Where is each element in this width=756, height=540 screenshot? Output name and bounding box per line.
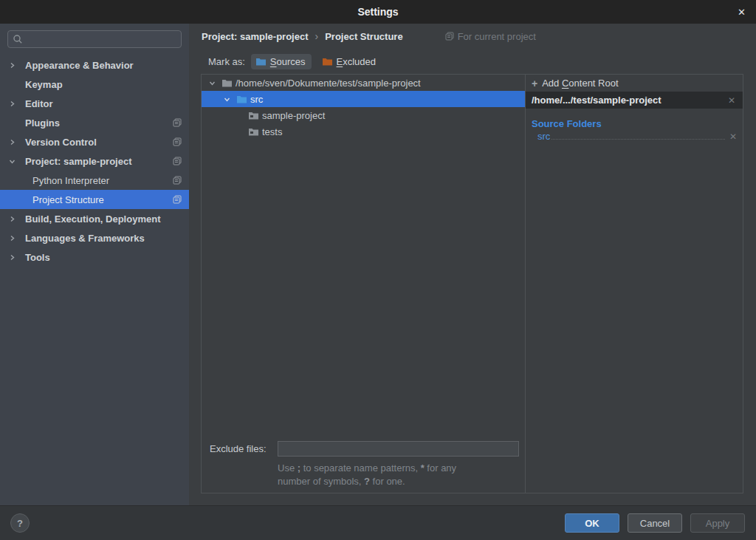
sidebar-item-keymap[interactable]: Keymap xyxy=(0,75,189,94)
sidebar-item-version-control[interactable]: Version Control xyxy=(0,132,189,151)
settings-nav: Appearance & Behavior Keymap Editor Plug… xyxy=(0,55,189,267)
breadcrumb: Project: sample-project › Project Struct… xyxy=(189,24,756,49)
folder-icon xyxy=(247,109,259,121)
per-project-settings-icon xyxy=(445,32,454,41)
chevron-right-icon[interactable] xyxy=(9,62,25,69)
source-folder-row[interactable]: src ✕ xyxy=(526,131,743,146)
source-folder-name: src xyxy=(537,131,550,142)
content-root-tree: /home/sven/Dokumente/test/sample-project… xyxy=(202,75,525,493)
remove-content-root-icon[interactable]: ✕ xyxy=(726,95,737,106)
sidebar-item-label: Project Structure xyxy=(32,194,104,205)
mark-sources-button[interactable]: Sources xyxy=(251,54,312,69)
sidebar-item-label: Project: sample-project xyxy=(25,156,132,167)
sidebar-item-label: Appearance & Behavior xyxy=(25,60,134,71)
sidebar-item-label: Tools xyxy=(25,252,50,263)
folder-icon xyxy=(221,77,233,89)
per-project-settings-icon xyxy=(173,118,182,127)
chevron-right-icon[interactable] xyxy=(9,100,25,107)
tree-row-label: tests xyxy=(262,126,282,137)
sidebar-item-build-execution-deployment[interactable]: Build, Execution, Deployment xyxy=(0,209,189,228)
tree-row-label: /home/sven/Dokumente/test/sample-project xyxy=(236,78,421,89)
sidebar-item-languages-frameworks[interactable]: Languages & Frameworks xyxy=(0,228,189,247)
exclude-files-section: Exclude files: Use ; to separate name pa… xyxy=(202,441,525,493)
chevron-down-icon[interactable] xyxy=(9,158,25,165)
help-button[interactable]: ? xyxy=(10,513,30,533)
project-structure-panel: /home/sven/Dokumente/test/sample-project… xyxy=(201,74,743,493)
mark-as-toolbar: Mark as: Sources Excluded xyxy=(189,49,756,74)
search-icon xyxy=(13,34,23,44)
dialog-title: Settings xyxy=(357,6,398,18)
search-input[interactable] xyxy=(7,30,182,48)
exclude-files-input[interactable] xyxy=(278,441,519,457)
sidebar-item-label: Python Interpreter xyxy=(32,175,109,186)
settings-dialog: Settings ✕ Appearance & Behavior Keymap xyxy=(0,0,756,540)
sidebar-item-editor[interactable]: Editor xyxy=(0,94,189,113)
dialog-footer: ? OK Cancel Apply xyxy=(0,505,756,540)
tree-row-src[interactable]: src xyxy=(202,91,525,107)
page-title: Project Structure xyxy=(325,31,402,42)
excluded-folder-icon xyxy=(322,57,333,66)
per-project-settings-icon xyxy=(173,195,182,204)
settings-sidebar: Appearance & Behavior Keymap Editor Plug… xyxy=(0,24,189,505)
mark-excluded-button[interactable]: Excluded xyxy=(317,54,382,69)
scope-label: For current project xyxy=(458,31,536,42)
main-content: Project: sample-project › Project Struct… xyxy=(189,24,756,505)
add-content-root-button[interactable]: + Add Content Root xyxy=(526,75,743,92)
sidebar-item-python-interpreter[interactable]: Python Interpreter xyxy=(0,171,189,190)
source-folder-icon xyxy=(236,93,247,105)
tree-row-label: sample-project xyxy=(262,110,325,121)
sidebar-item-appearance-behavior[interactable]: Appearance & Behavior xyxy=(0,55,189,75)
dotted-leader xyxy=(551,139,725,140)
chevron-right-icon[interactable] xyxy=(9,139,25,146)
tree-row-content-root[interactable]: /home/sven/Dokumente/test/sample-project xyxy=(202,75,525,91)
source-folders-heading: Source Folders xyxy=(526,116,743,131)
tree-row-label: src xyxy=(250,94,263,105)
sidebar-item-project-sample-project[interactable]: Project: sample-project xyxy=(0,151,189,171)
sidebar-item-label: Editor xyxy=(25,98,53,109)
close-icon[interactable]: ✕ xyxy=(735,0,749,24)
content-roots-pane: + Add Content Root /home/.../test/sample… xyxy=(526,75,743,493)
ok-button[interactable]: OK xyxy=(565,513,619,533)
chevron-right-icon[interactable] xyxy=(9,235,25,242)
chevron-down-icon[interactable] xyxy=(206,80,218,86)
sidebar-item-project-structure[interactable]: Project Structure xyxy=(0,190,189,209)
cancel-button[interactable]: Cancel xyxy=(628,513,682,533)
sidebar-item-plugins[interactable]: Plugins xyxy=(0,113,189,132)
chevron-down-icon[interactable] xyxy=(221,96,233,103)
content-root-row[interactable]: /home/.../test/sample-project ✕ xyxy=(526,92,743,109)
breadcrumb-separator-icon: › xyxy=(315,30,319,42)
chevron-right-icon[interactable] xyxy=(9,254,25,261)
sidebar-item-tools[interactable]: Tools xyxy=(0,247,189,267)
breadcrumb-project[interactable]: Project: sample-project xyxy=(202,31,309,42)
sidebar-item-label: Version Control xyxy=(25,137,97,148)
per-project-settings-icon xyxy=(173,157,182,165)
apply-button[interactable]: Apply xyxy=(690,513,745,533)
per-project-settings-icon xyxy=(173,176,182,185)
per-project-settings-icon xyxy=(173,137,182,146)
exclude-files-label: Exclude files: xyxy=(210,443,278,454)
plus-icon: + xyxy=(532,78,537,89)
remove-source-folder-icon[interactable]: ✕ xyxy=(728,131,738,142)
scope-indicator: For current project xyxy=(445,31,536,42)
sidebar-item-label: Plugins xyxy=(25,117,60,129)
chevron-right-icon[interactable] xyxy=(9,216,25,222)
source-folder-icon xyxy=(255,57,267,66)
sidebar-item-label: Build, Execution, Deployment xyxy=(25,213,160,225)
folder-icon xyxy=(247,126,259,137)
sidebar-item-label: Keymap xyxy=(25,79,63,90)
content-root-path: /home/.../test/sample-project xyxy=(532,95,726,106)
sidebar-item-label: Languages & Frameworks xyxy=(25,233,145,244)
tree-row-tests[interactable]: tests xyxy=(202,123,525,140)
title-bar: Settings ✕ xyxy=(0,0,756,24)
mark-as-label: Mark as: xyxy=(208,56,245,67)
tree-row-sample-project[interactable]: sample-project xyxy=(202,107,525,123)
exclude-files-hint: Use ; to separate name patterns, * for a… xyxy=(278,462,525,488)
